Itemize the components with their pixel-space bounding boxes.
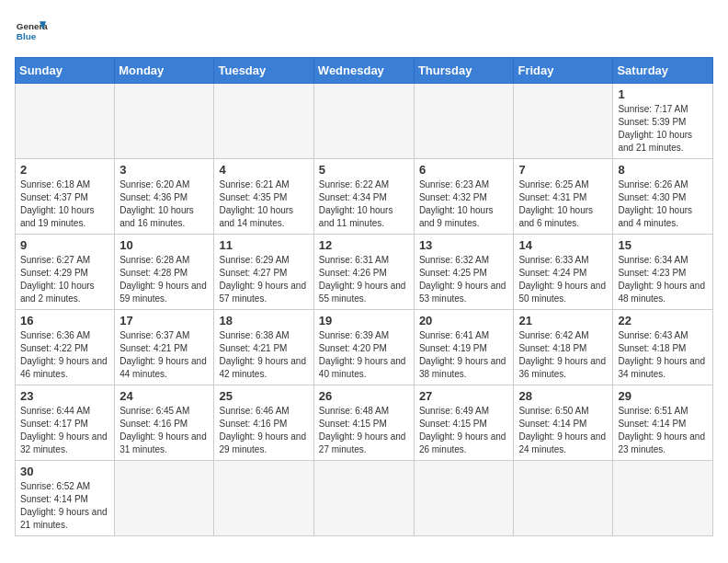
calendar-cell: 26Sunrise: 6:48 AM Sunset: 4:15 PM Dayli… [313,385,414,461]
day-info: Sunrise: 6:33 AM Sunset: 4:24 PM Dayligh… [518,254,608,305]
day-number: 4 [219,163,308,177]
day-info: Sunrise: 6:44 AM Sunset: 4:17 PM Dayligh… [20,405,109,456]
calendar-cell: 19Sunrise: 6:39 AM Sunset: 4:20 PM Dayli… [313,310,414,385]
calendar-table: SundayMondayTuesdayWednesdayThursdayFrid… [15,57,713,536]
calendar-cell [414,461,514,536]
weekday-header-thursday: Thursday [414,58,514,84]
day-info: Sunrise: 6:25 AM Sunset: 4:31 PM Dayligh… [518,178,608,230]
day-info: Sunrise: 6:36 AM Sunset: 4:22 PM Dayligh… [20,329,109,381]
day-number: 27 [419,389,509,403]
day-info: Sunrise: 6:48 AM Sunset: 4:15 PM Dayligh… [319,405,409,456]
weekday-header-row: SundayMondayTuesdayWednesdayThursdayFrid… [16,58,713,84]
weekday-header-sunday: Sunday [16,58,115,84]
calendar-week-row: 2Sunrise: 6:18 AM Sunset: 4:37 PM Daylig… [16,159,713,235]
calendar-cell [414,84,514,159]
calendar-cell [115,461,214,536]
day-info: Sunrise: 6:22 AM Sunset: 4:34 PM Dayligh… [319,178,409,230]
day-info: Sunrise: 6:51 AM Sunset: 4:14 PM Dayligh… [618,405,708,456]
day-number: 8 [618,163,708,177]
day-info: Sunrise: 6:20 AM Sunset: 4:36 PM Dayligh… [119,178,209,230]
calendar-cell: 3Sunrise: 6:20 AM Sunset: 4:36 PM Daylig… [115,159,214,235]
day-info: Sunrise: 6:43 AM Sunset: 4:18 PM Dayligh… [618,329,708,381]
calendar-cell: 29Sunrise: 6:51 AM Sunset: 4:14 PM Dayli… [613,385,713,461]
day-number: 15 [618,238,708,252]
day-info: Sunrise: 6:32 AM Sunset: 4:25 PM Dayligh… [419,254,509,305]
day-info: Sunrise: 6:26 AM Sunset: 4:30 PM Dayligh… [618,178,708,230]
day-info: Sunrise: 6:45 AM Sunset: 4:16 PM Dayligh… [119,405,209,456]
calendar-cell: 22Sunrise: 6:43 AM Sunset: 4:18 PM Dayli… [613,310,713,385]
weekday-header-saturday: Saturday [613,58,713,84]
calendar-cell [214,461,313,536]
day-number: 12 [319,238,409,252]
day-number: 19 [319,314,409,327]
calendar-cell [613,461,713,536]
calendar-cell: 14Sunrise: 6:33 AM Sunset: 4:24 PM Dayli… [514,235,613,310]
day-number: 17 [119,314,209,327]
calendar-cell: 12Sunrise: 6:31 AM Sunset: 4:26 PM Dayli… [313,235,414,310]
day-number: 16 [20,314,109,327]
day-info: Sunrise: 6:31 AM Sunset: 4:26 PM Dayligh… [319,254,409,305]
calendar-cell: 28Sunrise: 6:50 AM Sunset: 4:14 PM Dayli… [514,385,613,461]
day-info: Sunrise: 6:23 AM Sunset: 4:32 PM Dayligh… [419,178,509,230]
day-number: 20 [419,314,509,327]
calendar-cell: 6Sunrise: 6:23 AM Sunset: 4:32 PM Daylig… [414,159,514,235]
day-info: Sunrise: 6:46 AM Sunset: 4:16 PM Dayligh… [219,405,308,456]
day-info: Sunrise: 6:29 AM Sunset: 4:27 PM Dayligh… [219,254,308,305]
day-info: Sunrise: 6:18 AM Sunset: 4:37 PM Dayligh… [20,178,109,230]
calendar-cell: 7Sunrise: 6:25 AM Sunset: 4:31 PM Daylig… [514,159,613,235]
calendar-week-row: 1Sunrise: 7:17 AM Sunset: 5:39 PM Daylig… [16,84,713,159]
day-number: 7 [518,163,608,177]
day-info: Sunrise: 6:41 AM Sunset: 4:19 PM Dayligh… [419,329,509,381]
day-number: 5 [319,163,409,177]
day-info: Sunrise: 7:17 AM Sunset: 5:39 PM Dayligh… [618,103,708,155]
weekday-header-tuesday: Tuesday [214,58,313,84]
page-header: General Blue [15,15,713,48]
day-info: Sunrise: 6:49 AM Sunset: 4:15 PM Dayligh… [419,405,509,456]
day-info: Sunrise: 6:50 AM Sunset: 4:14 PM Dayligh… [518,405,608,456]
calendar-cell: 9Sunrise: 6:27 AM Sunset: 4:29 PM Daylig… [16,235,115,310]
calendar-week-row: 30Sunrise: 6:52 AM Sunset: 4:14 PM Dayli… [16,461,713,536]
calendar-cell: 18Sunrise: 6:38 AM Sunset: 4:21 PM Dayli… [214,310,313,385]
calendar-cell: 15Sunrise: 6:34 AM Sunset: 4:23 PM Dayli… [613,235,713,310]
day-number: 29 [618,389,708,403]
svg-text:Blue: Blue [17,31,37,41]
day-info: Sunrise: 6:37 AM Sunset: 4:21 PM Dayligh… [119,329,209,381]
calendar-cell [313,461,414,536]
calendar-cell [115,84,214,159]
day-info: Sunrise: 6:21 AM Sunset: 4:35 PM Dayligh… [219,178,308,230]
calendar-week-row: 9Sunrise: 6:27 AM Sunset: 4:29 PM Daylig… [16,235,713,310]
calendar-cell: 17Sunrise: 6:37 AM Sunset: 4:21 PM Dayli… [115,310,214,385]
day-info: Sunrise: 6:52 AM Sunset: 4:14 PM Dayligh… [20,480,109,532]
day-number: 30 [20,465,109,478]
calendar-cell: 27Sunrise: 6:49 AM Sunset: 4:15 PM Dayli… [414,385,514,461]
calendar-cell: 25Sunrise: 6:46 AM Sunset: 4:16 PM Dayli… [214,385,313,461]
day-number: 9 [20,238,109,252]
day-number: 13 [419,238,509,252]
day-info: Sunrise: 6:38 AM Sunset: 4:21 PM Dayligh… [219,329,308,381]
calendar-week-row: 23Sunrise: 6:44 AM Sunset: 4:17 PM Dayli… [16,385,713,461]
day-number: 23 [20,389,109,403]
day-number: 2 [20,163,109,177]
calendar-cell: 11Sunrise: 6:29 AM Sunset: 4:27 PM Dayli… [214,235,313,310]
calendar-cell [16,84,115,159]
calendar-cell: 8Sunrise: 6:26 AM Sunset: 4:30 PM Daylig… [613,159,713,235]
calendar-cell: 4Sunrise: 6:21 AM Sunset: 4:35 PM Daylig… [214,159,313,235]
day-number: 21 [518,314,608,327]
calendar-cell [514,461,613,536]
day-number: 24 [119,389,209,403]
calendar-cell: 23Sunrise: 6:44 AM Sunset: 4:17 PM Dayli… [16,385,115,461]
day-number: 14 [518,238,608,252]
day-info: Sunrise: 6:27 AM Sunset: 4:29 PM Dayligh… [20,254,109,305]
day-number: 18 [219,314,308,327]
logo: General Blue [15,15,48,48]
calendar-cell: 13Sunrise: 6:32 AM Sunset: 4:25 PM Dayli… [414,235,514,310]
logo-icon: General Blue [15,15,48,48]
calendar-cell: 16Sunrise: 6:36 AM Sunset: 4:22 PM Dayli… [16,310,115,385]
day-number: 28 [518,389,608,403]
weekday-header-monday: Monday [115,58,214,84]
day-number: 26 [319,389,409,403]
calendar-cell: 2Sunrise: 6:18 AM Sunset: 4:37 PM Daylig… [16,159,115,235]
calendar-cell: 21Sunrise: 6:42 AM Sunset: 4:18 PM Dayli… [514,310,613,385]
calendar-cell: 1Sunrise: 7:17 AM Sunset: 5:39 PM Daylig… [613,84,713,159]
day-number: 1 [618,87,708,101]
